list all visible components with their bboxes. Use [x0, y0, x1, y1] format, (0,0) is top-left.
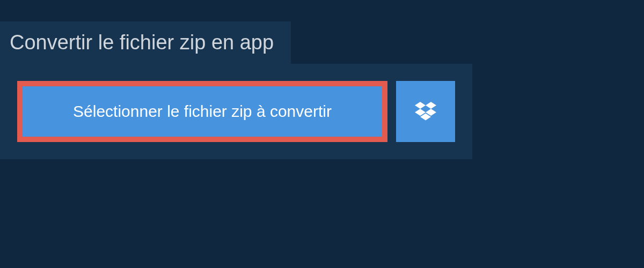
content-panel: Sélectionner le fichier zip à convertir [0, 64, 472, 159]
tab-label: Convertir le fichier zip en app [10, 31, 274, 54]
dropbox-icon [415, 102, 436, 121]
select-file-button[interactable]: Sélectionner le fichier zip à convertir [17, 81, 387, 142]
tab-bar: Convertir le fichier zip en app [0, 21, 644, 64]
tab-convert[interactable]: Convertir le fichier zip en app [0, 21, 291, 64]
main-container: Convertir le fichier zip en app Sélectio… [0, 21, 644, 159]
dropbox-button[interactable] [396, 81, 455, 142]
select-file-label: Sélectionner le fichier zip à convertir [73, 102, 332, 120]
